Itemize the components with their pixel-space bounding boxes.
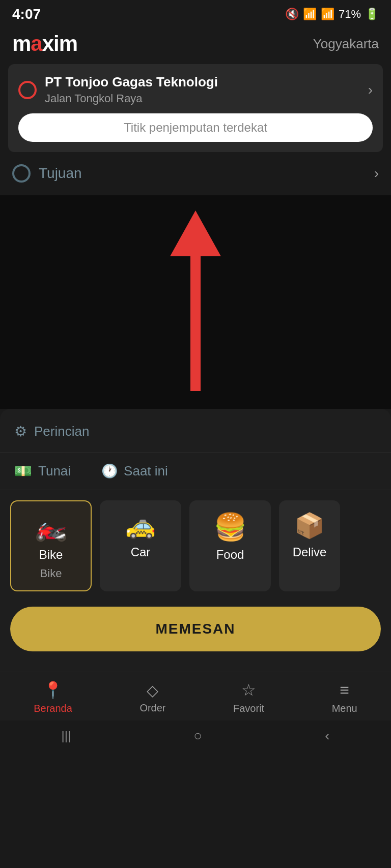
order-button[interactable]: MEMESAN	[10, 607, 381, 651]
pickup-card: PT Tonjoo Gagas Teknologi Jalan Tongkol …	[8, 64, 383, 152]
battery-icon: 🔋	[365, 8, 379, 21]
delivery-label: Delive	[293, 545, 327, 559]
service-cards-list: 🏍️ Bike Bike 🚕 Car 🍔 Food 📦 Delive	[0, 490, 391, 602]
beranda-label: Beranda	[34, 703, 72, 714]
location-label[interactable]: Yogyakarta	[313, 36, 379, 52]
arrow-shaft	[190, 254, 201, 391]
red-arrow	[170, 211, 221, 394]
delivery-icon: 📦	[294, 512, 325, 540]
food-icon: 🍔	[214, 512, 247, 543]
system-nav: ||| ○ ‹	[0, 721, 391, 754]
perincian-row[interactable]: ⚙ Perincian	[0, 409, 391, 453]
cash-icon: 💵	[14, 463, 32, 480]
service-card-bike[interactable]: 🏍️ Bike Bike	[10, 500, 92, 591]
pickup-point-button[interactable]: Titik penjemputan terdekat	[18, 113, 373, 142]
battery-level: 71%	[339, 8, 361, 21]
wifi-icon: 📶	[303, 8, 317, 21]
home-icon: 📍	[43, 680, 63, 700]
bike-icon: 🏍️	[35, 512, 68, 543]
back-button[interactable]: ‹	[325, 728, 329, 744]
service-card-car[interactable]: 🚕 Car	[100, 500, 181, 591]
pickup-location-row: PT Tonjoo Gagas Teknologi Jalan Tongkol …	[18, 74, 373, 105]
bottom-panel: ⚙ Perincian 💵 Tunai 🕐 Saat ini 🏍️ Bike B…	[0, 409, 391, 672]
signal-icon: 📶	[321, 8, 334, 21]
food-label: Food	[216, 548, 244, 562]
perincian-label: Perincian	[34, 424, 89, 439]
pickup-dot	[18, 81, 37, 99]
service-card-food[interactable]: 🍔 Food	[189, 500, 271, 591]
menu-label: Menu	[332, 703, 357, 714]
filter-icon: ⚙	[14, 423, 27, 440]
destination-row[interactable]: Tujuan ›	[0, 152, 391, 195]
bike-label: Bike	[39, 548, 63, 562]
destination-label: Tujuan	[39, 165, 366, 182]
payment-time-label: Saat ini	[124, 463, 168, 479]
nav-item-beranda[interactable]: 📍 Beranda	[34, 680, 72, 714]
bike-sub-label: Bike	[40, 567, 62, 580]
nav-item-favorit[interactable]: ☆ Favorit	[233, 680, 264, 714]
order-icon: ◇	[147, 681, 158, 699]
order-label: Order	[139, 702, 165, 714]
header: maxim Yogyakarta	[0, 26, 391, 64]
clock-icon: 🕐	[101, 463, 118, 479]
logo-accent: a	[31, 32, 42, 55]
recent-apps-button[interactable]: |||	[62, 729, 71, 743]
pickup-name: PT Tonjoo Gagas Teknologi	[45, 74, 360, 90]
menu-icon: ≡	[340, 681, 349, 700]
payment-row: 💵 Tunai 🕐 Saat ini	[0, 453, 391, 490]
payment-method-label: Tunai	[38, 463, 71, 479]
favorit-label: Favorit	[233, 703, 264, 714]
pickup-info: PT Tonjoo Gagas Teknologi Jalan Tongkol …	[45, 74, 360, 105]
pickup-address: Jalan Tongkol Raya	[45, 92, 360, 105]
arrow-overlay	[0, 195, 391, 409]
car-label: Car	[131, 545, 151, 559]
mute-icon: 🔇	[285, 8, 299, 21]
destination-chevron-icon[interactable]: ›	[374, 165, 379, 182]
nav-item-order[interactable]: ◇ Order	[139, 681, 165, 714]
bottom-nav: 📍 Beranda ◇ Order ☆ Favorit ≡ Menu	[0, 672, 391, 721]
map-area	[0, 195, 391, 409]
payment-method[interactable]: 💵 Tunai	[14, 463, 71, 480]
destination-dot	[12, 164, 31, 183]
home-button[interactable]: ○	[193, 728, 202, 744]
app-logo: maxim	[12, 32, 77, 56]
status-time: 4:07	[12, 6, 41, 22]
arrow-head-icon	[170, 211, 221, 256]
payment-time[interactable]: 🕐 Saat ini	[101, 463, 168, 479]
nav-item-menu[interactable]: ≡ Menu	[332, 681, 357, 714]
star-icon: ☆	[241, 680, 256, 700]
car-icon: 🚕	[125, 512, 156, 540]
service-card-delivery[interactable]: 📦 Delive	[279, 500, 340, 591]
pickup-chevron-icon[interactable]: ›	[368, 82, 373, 98]
status-bar: 4:07 🔇 📶 📶 71% 🔋	[0, 0, 391, 26]
status-icons: 🔇 📶 📶 71% 🔋	[285, 8, 379, 21]
